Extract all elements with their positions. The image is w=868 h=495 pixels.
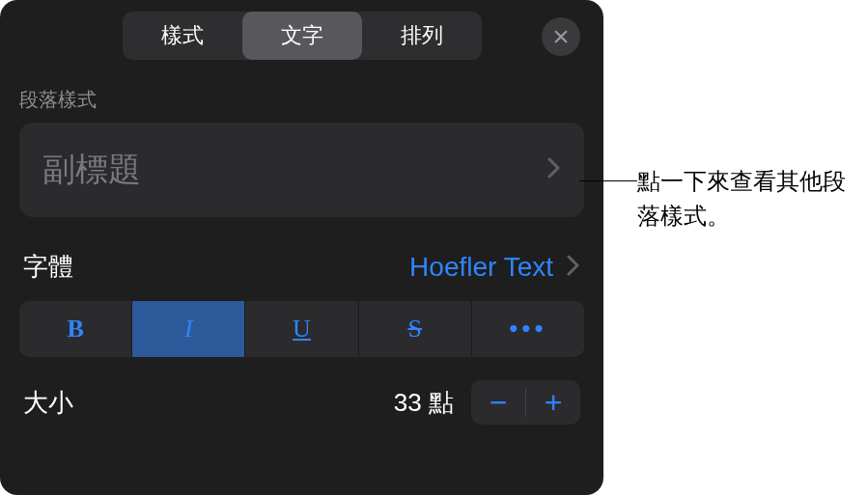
italic-button[interactable]: I — [132, 301, 245, 357]
font-picker[interactable]: Hoefler Text — [409, 252, 580, 283]
tab-arrange[interactable]: 排列 — [362, 12, 482, 60]
tab-bar: 樣式 文字 排列 — [123, 12, 482, 60]
size-label: 大小 — [23, 386, 73, 420]
font-value: Hoefler Text — [409, 252, 553, 283]
size-row: 大小 33 點 − + — [19, 380, 584, 425]
close-icon — [552, 28, 570, 45]
paragraph-style-label: 段落樣式 — [19, 87, 584, 113]
chevron-right-icon — [547, 157, 561, 182]
tabs-row: 樣式 文字 排列 — [19, 10, 584, 62]
text-style-group: B I U S ••• — [19, 301, 584, 357]
strikethrough-button[interactable]: S — [359, 301, 472, 357]
font-row: 字體 Hoefler Text — [19, 250, 584, 284]
tab-style[interactable]: 樣式 — [123, 12, 242, 60]
more-options-button[interactable]: ••• — [472, 301, 584, 357]
format-panel: 樣式 文字 排列 段落樣式 副標題 字體 Hoefler Text B I U … — [0, 0, 603, 495]
size-decrease-button[interactable]: − — [471, 380, 525, 425]
chevron-right-icon — [567, 255, 580, 280]
callout-text: 點一下來查看其他段落樣式。 — [637, 164, 850, 234]
paragraph-style-picker[interactable]: 副標題 — [19, 123, 584, 217]
callout-leader-line — [579, 180, 637, 181]
paragraph-style-current: 副標題 — [42, 148, 141, 192]
size-value: 33 點 — [394, 386, 454, 420]
font-label: 字體 — [23, 250, 73, 284]
tab-text[interactable]: 文字 — [242, 12, 362, 60]
size-increase-button[interactable]: + — [526, 380, 580, 425]
bold-button[interactable]: B — [19, 301, 132, 357]
underline-button[interactable]: U — [245, 301, 358, 357]
size-stepper: − + — [471, 380, 580, 425]
close-button[interactable] — [542, 17, 580, 56]
size-controls: 33 點 − + — [394, 380, 580, 425]
